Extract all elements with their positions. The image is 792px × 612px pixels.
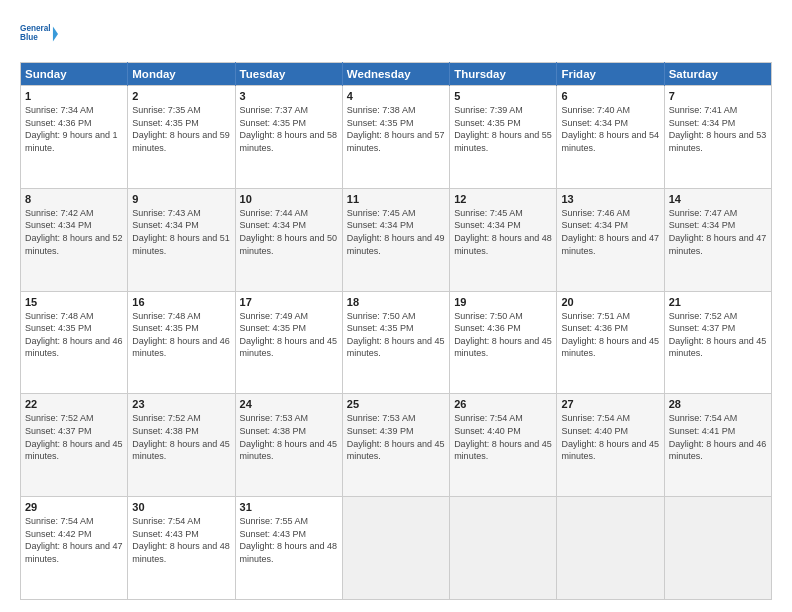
calendar-week-row: 1 Sunrise: 7:34 AMSunset: 4:36 PMDayligh… — [21, 86, 772, 189]
calendar-day-cell: 1 Sunrise: 7:34 AMSunset: 4:36 PMDayligh… — [21, 86, 128, 189]
calendar-day-cell: 15 Sunrise: 7:48 AMSunset: 4:35 PMDaylig… — [21, 291, 128, 394]
day-detail: Sunrise: 7:53 AMSunset: 4:38 PMDaylight:… — [240, 413, 338, 461]
day-number: 21 — [669, 296, 767, 308]
weekday-header: Thursday — [450, 63, 557, 86]
calendar-day-cell: 16 Sunrise: 7:48 AMSunset: 4:35 PMDaylig… — [128, 291, 235, 394]
calendar-day-cell: 27 Sunrise: 7:54 AMSunset: 4:40 PMDaylig… — [557, 394, 664, 497]
calendar-day-cell: 19 Sunrise: 7:50 AMSunset: 4:36 PMDaylig… — [450, 291, 557, 394]
day-number: 12 — [454, 193, 552, 205]
calendar-day-cell: 14 Sunrise: 7:47 AMSunset: 4:34 PMDaylig… — [664, 188, 771, 291]
day-detail: Sunrise: 7:51 AMSunset: 4:36 PMDaylight:… — [561, 311, 659, 359]
calendar-day-cell: 17 Sunrise: 7:49 AMSunset: 4:35 PMDaylig… — [235, 291, 342, 394]
day-detail: Sunrise: 7:54 AMSunset: 4:40 PMDaylight:… — [454, 413, 552, 461]
day-detail: Sunrise: 7:49 AMSunset: 4:35 PMDaylight:… — [240, 311, 338, 359]
calendar-week-row: 22 Sunrise: 7:52 AMSunset: 4:37 PMDaylig… — [21, 394, 772, 497]
svg-text:Blue: Blue — [20, 33, 38, 42]
day-detail: Sunrise: 7:54 AMSunset: 4:41 PMDaylight:… — [669, 413, 767, 461]
calendar-day-cell — [342, 497, 449, 600]
calendar-day-cell: 7 Sunrise: 7:41 AMSunset: 4:34 PMDayligh… — [664, 86, 771, 189]
day-number: 14 — [669, 193, 767, 205]
calendar-day-cell: 24 Sunrise: 7:53 AMSunset: 4:38 PMDaylig… — [235, 394, 342, 497]
day-detail: Sunrise: 7:40 AMSunset: 4:34 PMDaylight:… — [561, 105, 659, 153]
calendar-day-cell: 3 Sunrise: 7:37 AMSunset: 4:35 PMDayligh… — [235, 86, 342, 189]
calendar-day-cell: 9 Sunrise: 7:43 AMSunset: 4:34 PMDayligh… — [128, 188, 235, 291]
day-number: 30 — [132, 501, 230, 513]
day-detail: Sunrise: 7:38 AMSunset: 4:35 PMDaylight:… — [347, 105, 445, 153]
day-detail: Sunrise: 7:54 AMSunset: 4:42 PMDaylight:… — [25, 516, 123, 564]
day-detail: Sunrise: 7:43 AMSunset: 4:34 PMDaylight:… — [132, 208, 230, 256]
day-detail: Sunrise: 7:50 AMSunset: 4:35 PMDaylight:… — [347, 311, 445, 359]
day-detail: Sunrise: 7:48 AMSunset: 4:35 PMDaylight:… — [132, 311, 230, 359]
day-detail: Sunrise: 7:34 AMSunset: 4:36 PMDaylight:… — [25, 105, 118, 153]
calendar-day-cell: 26 Sunrise: 7:54 AMSunset: 4:40 PMDaylig… — [450, 394, 557, 497]
day-number: 31 — [240, 501, 338, 513]
logo-svg: General Blue — [20, 16, 58, 52]
day-number: 4 — [347, 90, 445, 102]
calendar-day-cell: 18 Sunrise: 7:50 AMSunset: 4:35 PMDaylig… — [342, 291, 449, 394]
day-number: 29 — [25, 501, 123, 513]
calendar-day-cell: 29 Sunrise: 7:54 AMSunset: 4:42 PMDaylig… — [21, 497, 128, 600]
svg-text:General: General — [20, 24, 51, 33]
weekday-header: Monday — [128, 63, 235, 86]
calendar-day-cell: 12 Sunrise: 7:45 AMSunset: 4:34 PMDaylig… — [450, 188, 557, 291]
day-detail: Sunrise: 7:44 AMSunset: 4:34 PMDaylight:… — [240, 208, 338, 256]
calendar-day-cell — [664, 497, 771, 600]
day-number: 6 — [561, 90, 659, 102]
day-detail: Sunrise: 7:35 AMSunset: 4:35 PMDaylight:… — [132, 105, 230, 153]
day-number: 24 — [240, 398, 338, 410]
calendar-day-cell: 31 Sunrise: 7:55 AMSunset: 4:43 PMDaylig… — [235, 497, 342, 600]
calendar-day-cell: 28 Sunrise: 7:54 AMSunset: 4:41 PMDaylig… — [664, 394, 771, 497]
calendar-day-cell: 5 Sunrise: 7:39 AMSunset: 4:35 PMDayligh… — [450, 86, 557, 189]
weekday-header: Saturday — [664, 63, 771, 86]
weekday-header: Sunday — [21, 63, 128, 86]
day-detail: Sunrise: 7:53 AMSunset: 4:39 PMDaylight:… — [347, 413, 445, 461]
day-detail: Sunrise: 7:50 AMSunset: 4:36 PMDaylight:… — [454, 311, 552, 359]
day-detail: Sunrise: 7:54 AMSunset: 4:40 PMDaylight:… — [561, 413, 659, 461]
day-number: 19 — [454, 296, 552, 308]
day-number: 10 — [240, 193, 338, 205]
calendar-day-cell: 22 Sunrise: 7:52 AMSunset: 4:37 PMDaylig… — [21, 394, 128, 497]
day-number: 3 — [240, 90, 338, 102]
day-detail: Sunrise: 7:52 AMSunset: 4:38 PMDaylight:… — [132, 413, 230, 461]
calendar-day-cell: 21 Sunrise: 7:52 AMSunset: 4:37 PMDaylig… — [664, 291, 771, 394]
day-detail: Sunrise: 7:54 AMSunset: 4:43 PMDaylight:… — [132, 516, 230, 564]
day-detail: Sunrise: 7:45 AMSunset: 4:34 PMDaylight:… — [347, 208, 445, 256]
calendar-page: General Blue SundayMondayTuesdayWednesda… — [0, 0, 792, 612]
weekday-header: Tuesday — [235, 63, 342, 86]
calendar-day-cell: 13 Sunrise: 7:46 AMSunset: 4:34 PMDaylig… — [557, 188, 664, 291]
day-detail: Sunrise: 7:45 AMSunset: 4:34 PMDaylight:… — [454, 208, 552, 256]
day-number: 17 — [240, 296, 338, 308]
day-number: 13 — [561, 193, 659, 205]
day-number: 20 — [561, 296, 659, 308]
day-number: 28 — [669, 398, 767, 410]
day-number: 8 — [25, 193, 123, 205]
day-detail: Sunrise: 7:48 AMSunset: 4:35 PMDaylight:… — [25, 311, 123, 359]
day-number: 22 — [25, 398, 123, 410]
day-number: 23 — [132, 398, 230, 410]
day-number: 16 — [132, 296, 230, 308]
calendar-week-row: 29 Sunrise: 7:54 AMSunset: 4:42 PMDaylig… — [21, 497, 772, 600]
calendar-day-cell: 8 Sunrise: 7:42 AMSunset: 4:34 PMDayligh… — [21, 188, 128, 291]
day-detail: Sunrise: 7:55 AMSunset: 4:43 PMDaylight:… — [240, 516, 338, 564]
calendar-day-cell: 20 Sunrise: 7:51 AMSunset: 4:36 PMDaylig… — [557, 291, 664, 394]
day-detail: Sunrise: 7:42 AMSunset: 4:34 PMDaylight:… — [25, 208, 123, 256]
calendar-day-cell: 23 Sunrise: 7:52 AMSunset: 4:38 PMDaylig… — [128, 394, 235, 497]
day-number: 26 — [454, 398, 552, 410]
day-detail: Sunrise: 7:47 AMSunset: 4:34 PMDaylight:… — [669, 208, 767, 256]
calendar-day-cell: 4 Sunrise: 7:38 AMSunset: 4:35 PMDayligh… — [342, 86, 449, 189]
calendar-day-cell: 25 Sunrise: 7:53 AMSunset: 4:39 PMDaylig… — [342, 394, 449, 497]
calendar-header-row: SundayMondayTuesdayWednesdayThursdayFrid… — [21, 63, 772, 86]
day-number: 27 — [561, 398, 659, 410]
day-number: 18 — [347, 296, 445, 308]
day-detail: Sunrise: 7:52 AMSunset: 4:37 PMDaylight:… — [25, 413, 123, 461]
day-number: 25 — [347, 398, 445, 410]
day-number: 2 — [132, 90, 230, 102]
svg-marker-2 — [53, 26, 58, 41]
calendar-week-row: 15 Sunrise: 7:48 AMSunset: 4:35 PMDaylig… — [21, 291, 772, 394]
day-detail: Sunrise: 7:41 AMSunset: 4:34 PMDaylight:… — [669, 105, 767, 153]
calendar-table: SundayMondayTuesdayWednesdayThursdayFrid… — [20, 62, 772, 600]
day-number: 1 — [25, 90, 123, 102]
day-number: 15 — [25, 296, 123, 308]
day-number: 7 — [669, 90, 767, 102]
weekday-header: Friday — [557, 63, 664, 86]
